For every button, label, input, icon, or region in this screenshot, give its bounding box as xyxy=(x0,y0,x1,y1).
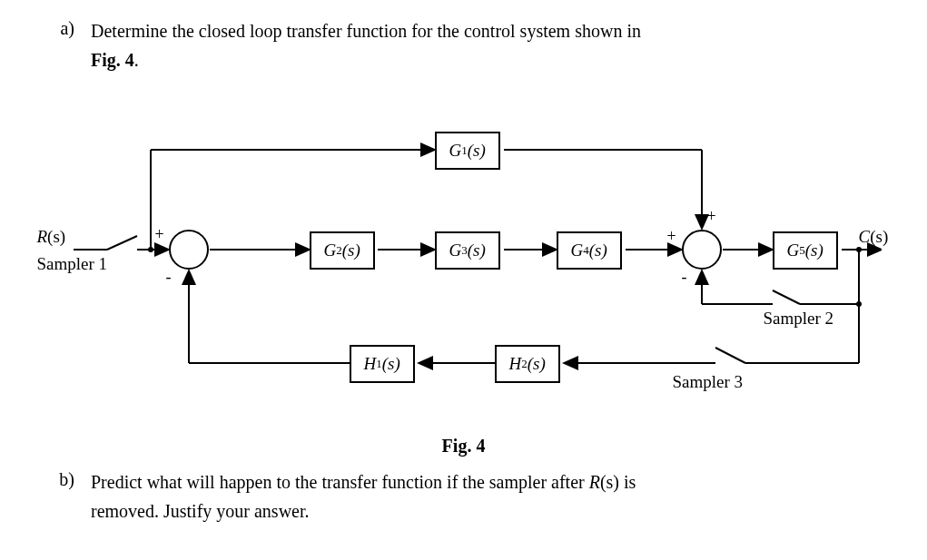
sum2-plus-left: + xyxy=(667,227,676,246)
block-g2: G2(s) xyxy=(310,231,375,270)
figure-caption: Fig. 4 xyxy=(36,436,891,457)
block-h2: H2(s) xyxy=(495,345,560,383)
question-b-letter: b) xyxy=(36,469,91,490)
fig4-after: . xyxy=(134,50,139,70)
svg-line-20 xyxy=(715,348,745,363)
qb-text2: removed. Justify your answer. xyxy=(91,498,891,524)
sum2-minus: - xyxy=(682,268,687,287)
block-g3: G3(s) xyxy=(435,231,500,270)
question-b-line2: removed. Justify your answer. xyxy=(36,498,891,524)
fig4-bold: Fig. 4 xyxy=(91,50,134,70)
output-label: C(s) xyxy=(859,227,889,247)
block-g5: G5(s) xyxy=(773,231,838,270)
summing-junction-1 xyxy=(169,230,209,270)
sampler3-label: Sampler 3 xyxy=(673,372,744,392)
question-b-line1: b) Predict what will happen to the trans… xyxy=(36,469,891,495)
sum2-plus-top: + xyxy=(707,207,716,226)
sampler1-label: Sampler 1 xyxy=(37,254,108,274)
svg-point-27 xyxy=(856,301,862,307)
question-a-line2: Fig. 4. xyxy=(36,47,891,73)
svg-line-1 xyxy=(107,236,137,250)
qb-text1-after: (s) is xyxy=(600,472,636,492)
question-a-text1: Determine the closed loop transfer funct… xyxy=(91,18,891,44)
sum1-minus: - xyxy=(166,268,172,287)
sampler2-label: Sampler 2 xyxy=(764,309,834,329)
sum1-plus: + xyxy=(155,225,164,244)
svg-line-15 xyxy=(773,290,800,304)
block-h1: H1(s) xyxy=(350,345,415,383)
svg-point-25 xyxy=(148,247,153,252)
summing-junction-2 xyxy=(682,230,722,270)
question-a-letter: a) xyxy=(36,18,91,39)
question-a-line1: a) Determine the closed loop transfer fu… xyxy=(36,18,891,44)
qb-text1: Predict what will happen to the transfer… xyxy=(91,472,589,492)
block-diagram: R(s) Sampler 1 + - G1(s) G2(s) G3(s) G4(… xyxy=(46,100,882,427)
qb-Rs-R: R xyxy=(589,472,600,492)
block-g1: G1(s) xyxy=(435,132,500,170)
block-g4: G4(s) xyxy=(557,231,622,270)
svg-point-26 xyxy=(856,247,862,252)
input-label: R(s) xyxy=(37,227,66,247)
